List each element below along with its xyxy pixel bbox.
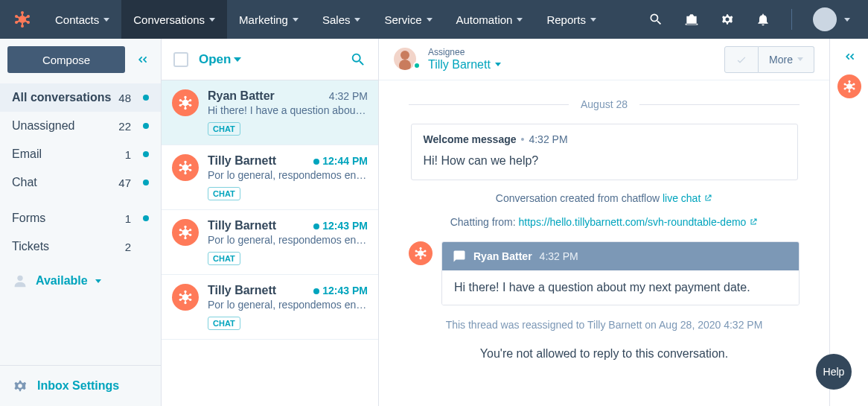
sidebar-item-all-conversations[interactable]: All conversations48 [0,83,161,112]
nav-label: Conversations [133,13,205,26]
channel-badge: CHAT [208,317,240,330]
assignee-name: Tilly Barnett [428,57,491,72]
conversation-avatar-icon [172,284,199,311]
welcome-title: Welcome message [424,133,517,145]
conversation-time: 12:43 PM [313,220,368,232]
account-menu[interactable] [813,7,850,31]
compose-button[interactable]: Compose [7,46,125,73]
chevron-down-icon [590,18,596,22]
message-card: Ryan Batter 4:32 PM Hi there! I have a q… [441,241,800,305]
settings-gear-icon[interactable] [720,12,735,27]
welcome-time: 4:32 PM [529,133,567,145]
gear-icon [12,378,28,394]
conversation-name: Tilly Barnett [208,284,276,297]
chatting-from-link[interactable]: https://hello.tillybarnett.com/svh-round… [519,216,747,228]
conversation-name: Tilly Barnett [208,219,276,232]
expand-rail-icon[interactable] [842,49,857,64]
nav-service[interactable]: Service [372,0,444,39]
conversation-avatar-icon [172,154,199,181]
conversation-name: Ryan Batter [208,89,275,103]
chevron-down-icon [495,63,501,66]
sidebar-item-label: Chat [12,176,37,189]
inbox-settings-link[interactable]: Inbox Settings [0,365,161,406]
conversation-time: 12:44 PM [313,155,368,167]
sender-avatar-icon [409,241,433,265]
chevron-down-icon [517,18,523,22]
unread-dot-icon [143,180,149,185]
channel-badge: CHAT [208,122,240,136]
select-all-checkbox[interactable] [173,52,188,67]
unread-dot-icon [313,223,319,229]
chatting-from: Chatting from: https://hello.tillybarnet… [409,216,800,228]
conversation-preview: Por lo general, respondemos en u… [208,299,368,311]
search-icon[interactable] [648,12,663,27]
nav-automation[interactable]: Automation [444,0,535,39]
nav-label: Marketing [239,13,288,26]
chatflow-origin: Conversation created from chatflow live … [409,192,800,204]
sidebar-item-count: 2 [125,241,131,253]
right-rail [829,39,868,406]
conversation-preview: Hi there! I have a question about … [208,104,368,116]
nav-contacts[interactable]: Contacts [43,0,121,39]
notifications-bell-icon[interactable] [756,12,770,27]
assignee-picker[interactable]: Assignee Tilly Barnett [394,47,501,72]
check-icon [735,54,747,66]
more-actions-button[interactable]: More [759,46,814,73]
sidebar-item-tickets[interactable]: Tickets2 [0,232,161,261]
conversation-item[interactable]: Tilly Barnett12:44 PMPor lo general, res… [162,145,378,210]
nav-label: Sales [322,13,351,26]
search-icon[interactable] [350,51,366,68]
chat-bubble-icon [453,250,466,263]
sidebar-item-count: 1 [125,148,131,161]
chevron-down-icon [293,18,299,22]
message-sender: Ryan Batter [473,250,532,262]
sidebar-item-count: 47 [118,177,131,189]
status-filter[interactable]: Open [199,52,241,67]
sidebar-item-label: Forms [12,212,45,225]
help-button[interactable]: Help [816,354,852,390]
sidebar-item-count: 1 [125,212,131,225]
unread-dot-icon [313,288,319,294]
marketplace-icon[interactable] [684,12,699,27]
conversation-item[interactable]: Tilly Barnett12:43 PMPor lo general, res… [162,210,378,275]
divider [791,9,792,30]
hubspot-logo-icon[interactable] [9,6,36,33]
sidebar-item-forms[interactable]: Forms1 [0,204,161,232]
nav-label: Reports [546,13,586,26]
chevron-down-icon [427,18,433,22]
top-nav: ContactsConversationsMarketingSalesServi… [0,0,868,39]
nav-conversations[interactable]: Conversations [121,0,227,39]
nav-reports[interactable]: Reports [534,0,608,39]
sidebar-item-email[interactable]: Email1 [0,140,161,168]
nav-sales[interactable]: Sales [310,0,373,39]
conversation-avatar-icon [172,219,199,246]
mark-done-button[interactable] [724,46,759,73]
assignee-label: Assignee [428,47,501,57]
sidebar-item-label: Tickets [12,240,49,253]
conversation-item[interactable]: Ryan Batter4:32 PMHi there! I have a que… [162,80,378,145]
availability-toggle[interactable]: Available [0,264,161,298]
hubspot-contact-icon[interactable] [837,74,861,98]
unread-dot-icon [143,151,149,157]
external-link-icon [703,194,712,203]
reply-restriction: You're not allowed to reply to this conv… [409,347,800,361]
conversation-item[interactable]: Tilly Barnett12:43 PMPor lo general, res… [162,275,378,340]
sidebar: Compose All conversations48Unassigned22E… [0,39,162,406]
status-filter-label: Open [199,52,231,67]
conversation-name: Tilly Barnett [208,154,276,168]
collapse-sidebar-icon[interactable] [133,50,152,69]
chevron-down-icon [797,57,803,61]
nav-label: Service [384,13,421,26]
sidebar-item-label: Email [12,148,42,161]
nav-label: Automation [456,13,513,26]
conversation-avatar-icon [172,89,199,116]
unread-dot-icon [143,95,149,101]
conversation-list: Open Ryan Batter4:32 PMHi there! I have … [162,39,379,406]
nav-marketing[interactable]: Marketing [227,0,310,39]
chatflow-link[interactable]: live chat [663,192,701,204]
sidebar-item-chat[interactable]: Chat47 [0,168,161,197]
sidebar-item-unassigned[interactable]: Unassigned22 [0,112,161,140]
external-link-icon [749,218,758,226]
conversation-preview: Por lo general, respondemos en u… [208,169,368,181]
sidebar-item-count: 22 [118,120,131,133]
